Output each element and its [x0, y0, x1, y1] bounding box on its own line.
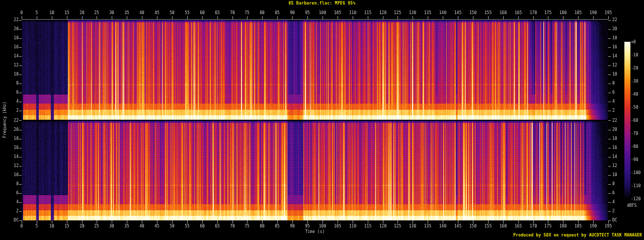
spectrogram-canvas	[0, 0, 644, 240]
spectrogram-figure: 05 Barbaren.flac: MPEG 95% 0055101015152…	[0, 0, 644, 240]
